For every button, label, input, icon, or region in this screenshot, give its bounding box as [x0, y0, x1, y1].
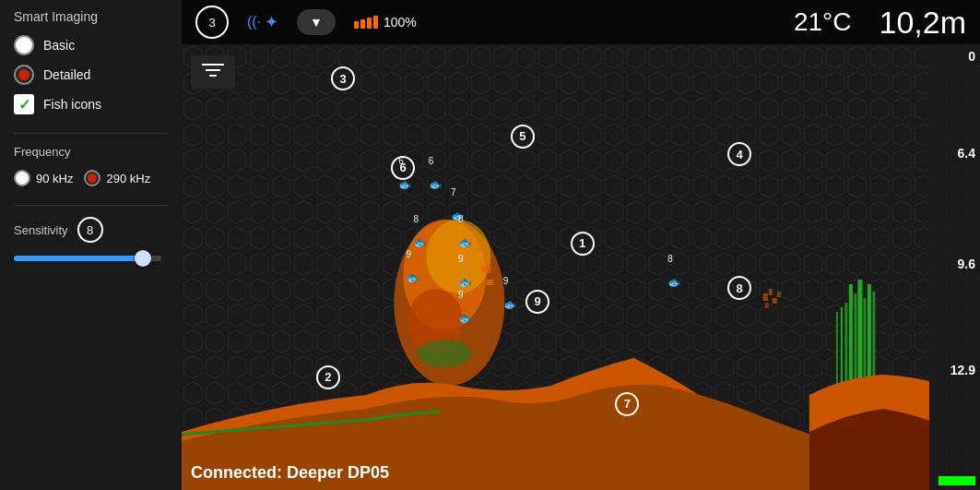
radio-290khz[interactable]: [84, 170, 100, 186]
sensitivity-section: Sensitivity 8: [14, 217, 168, 261]
bluetooth-icon: ✦: [265, 12, 278, 32]
svg-rect-32: [777, 292, 781, 297]
fish-number-4: 8: [458, 214, 464, 224]
svg-rect-24: [426, 303, 431, 307]
svg-rect-22: [486, 280, 493, 285]
radio-basic[interactable]: [14, 35, 34, 55]
label-90khz: 90 kHz: [36, 172, 73, 185]
radio-90khz[interactable]: [14, 170, 30, 186]
annotation-8: 8: [727, 276, 751, 300]
sensitivity-badge: 8: [77, 217, 103, 243]
fish-number-1: 6: [429, 156, 434, 166]
fish-number-2: 7: [451, 187, 456, 197]
battery-pct: 100%: [384, 15, 417, 30]
label-basic: Basic: [43, 38, 75, 53]
freq-290khz[interactable]: 290 kHz: [84, 170, 150, 186]
bluetooth-group: ((· ✦: [247, 12, 278, 32]
battery-indicator: 100%: [354, 15, 417, 30]
connected-status: Connected: Deeper DP05: [191, 463, 389, 483]
annotation-7: 7: [615, 392, 639, 416]
dropdown-btn[interactable]: ▼: [297, 9, 336, 35]
fish-icon-8: 🐟: [458, 312, 472, 325]
frequency-options: 90 kHz 290 kHz: [14, 170, 168, 186]
bar2: [360, 19, 365, 29]
bar4: [373, 16, 378, 29]
btn-3[interactable]: 3: [195, 6, 229, 39]
svg-rect-31: [765, 303, 769, 308]
fish-icon-5: 🐟: [406, 271, 419, 284]
battery-bars: [354, 16, 378, 29]
depth-marker-96: 9.6: [958, 257, 975, 271]
svg-point-27: [417, 340, 472, 367]
label-detailed: Detailed: [43, 67, 90, 82]
topbar: 3 ((· ✦ ▼ 100% 21°C: [182, 0, 980, 44]
imaging-options: Basic Detailed Fish icons: [14, 35, 168, 114]
sidebar-title: Smart Imaging: [14, 9, 168, 24]
fish-number-6: 9: [458, 254, 464, 264]
temperature-display: 21°C: [794, 7, 852, 37]
svg-rect-28: [763, 293, 768, 301]
filter-icon: [200, 61, 226, 79]
svg-rect-29: [769, 289, 773, 295]
depth-marker-64: 6.4: [958, 146, 975, 161]
annotation-9: 9: [525, 290, 549, 314]
radio-detailed[interactable]: [14, 65, 34, 85]
bar3: [367, 18, 372, 29]
option-detailed[interactable]: Detailed: [14, 65, 168, 85]
fish-number-8: 9: [458, 290, 464, 300]
sensitivity-label: Sensitivity: [14, 223, 68, 237]
sidebar: Smart Imaging Basic Detailed Fish icons …: [0, 0, 182, 490]
freq-90khz[interactable]: 90 kHz: [14, 170, 73, 186]
slider-fill: [14, 256, 139, 261]
sensitivity-slider[interactable]: [14, 256, 161, 261]
fish-icon-7: 🐟: [503, 298, 517, 311]
label-fish-icons: Fish icons: [43, 97, 101, 112]
fish-icon-1: 🐟: [429, 178, 443, 191]
topbar-left: 3 ((· ✦ ▼ 100%: [195, 6, 417, 39]
divider-1: [14, 133, 168, 134]
fish-icon-0: 🐟: [398, 178, 412, 191]
fish-number-3: 8: [413, 214, 419, 224]
divider-2: [14, 205, 168, 206]
svg-rect-23: [417, 289, 423, 293]
fish-icon-6: 🐟: [458, 276, 472, 289]
fish-number-9: 8: [667, 254, 673, 264]
sonar-main: 3 ((· ✦ ▼ 100% 21°C: [182, 0, 980, 490]
filter-button[interactable]: [191, 55, 235, 89]
label-290khz: 290 kHz: [106, 172, 150, 185]
depth-green-bar: [939, 476, 975, 485]
fish-icon-9: 🐟: [667, 276, 681, 289]
wifi-signal-icon: ((·: [247, 14, 261, 30]
svg-rect-26: [454, 330, 460, 335]
sonar-area: 123456789 6🐟6🐟7🐟8🐟8🐟9🐟9🐟9🐟9🐟8🐟 Connected…: [182, 44, 929, 490]
fish-school: [394, 220, 504, 386]
depth-display: 10,2m: [880, 5, 967, 41]
checkbox-fish-icons[interactable]: [14, 94, 34, 114]
bar1: [354, 21, 359, 29]
sensitivity-header: Sensitivity 8: [14, 217, 168, 243]
topbar-right: 21°C 10,2m: [794, 5, 966, 41]
depth-scale: 0 6.4 9.6 12.9: [929, 44, 980, 490]
svg-rect-20: [477, 247, 482, 252]
fish-number-7: 9: [503, 276, 509, 286]
option-basic[interactable]: Basic: [14, 35, 168, 55]
svg-rect-21: [481, 266, 490, 273]
fish-icon-4: 🐟: [458, 236, 472, 249]
dropdown-arrow-icon: ▼: [310, 15, 323, 30]
annotation-2: 2: [316, 365, 340, 389]
fish-icon-3: 🐟: [413, 236, 427, 249]
frequency-title: Frequency: [14, 145, 168, 159]
option-fish-icons[interactable]: Fish icons: [14, 94, 168, 114]
annotation-5: 5: [511, 125, 535, 149]
slider-thumb[interactable]: [135, 250, 151, 267]
annotation-1: 1: [571, 232, 595, 256]
fish-number-5: 9: [406, 249, 411, 259]
depth-marker-0: 0: [968, 49, 975, 64]
svg-rect-30: [773, 298, 777, 304]
annotation-6: 6: [391, 156, 415, 180]
depth-marker-129: 12.9: [950, 363, 975, 377]
sonar-svg: [182, 44, 929, 490]
